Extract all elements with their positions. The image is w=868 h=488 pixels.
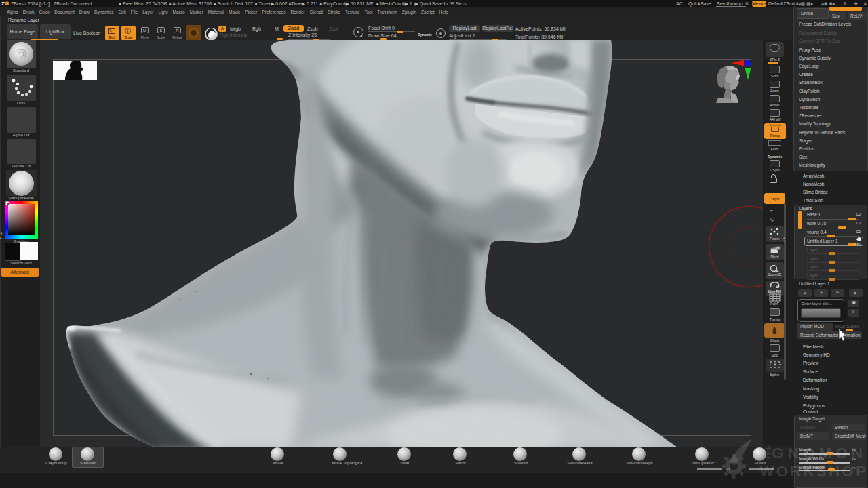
svg-text:GNOMON: GNOMON: [772, 445, 863, 462]
svg-text:WORKSHOP: WORKSHOP: [760, 463, 866, 480]
